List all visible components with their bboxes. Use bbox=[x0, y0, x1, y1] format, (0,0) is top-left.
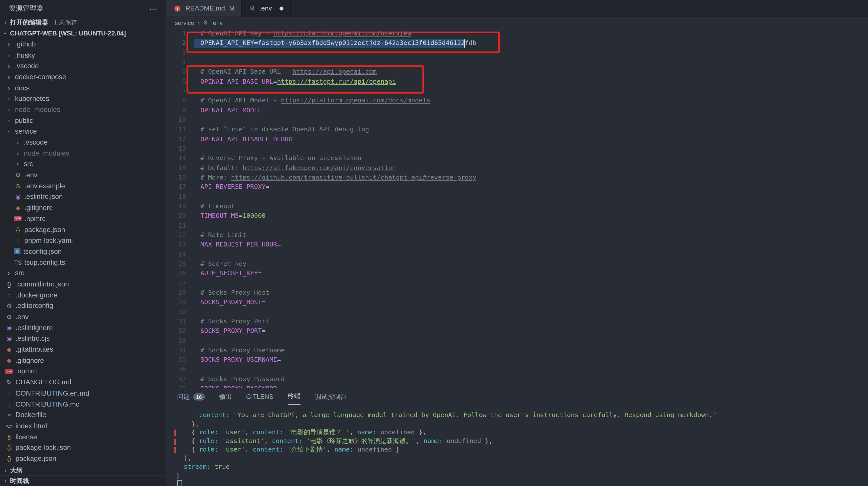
code-line-11[interactable]: # set `true` to disable OpenAI API debug… bbox=[200, 125, 476, 134]
tree-item-.env[interactable]: ⚙.env bbox=[0, 311, 166, 322]
panel-tab-问题[interactable]: 问题16 bbox=[177, 388, 205, 405]
tab-label: .env bbox=[259, 4, 272, 12]
tree-item-index.html[interactable]: <>index.html bbox=[0, 421, 166, 432]
tree-item-tsconfig.json[interactable]: tstsconfig.json bbox=[0, 246, 166, 257]
tab-.env[interactable]: ⚙.env bbox=[242, 0, 291, 17]
tree-item-kubernetes[interactable]: ›kubernetes bbox=[0, 93, 166, 105]
tab-README.md[interactable]: iREADME.mdM bbox=[166, 0, 242, 17]
tree-item-.eslintrc.json[interactable]: ◉.eslintrc.json bbox=[0, 192, 166, 203]
code-line-24[interactable] bbox=[200, 250, 476, 259]
panel-tab-终端[interactable]: 终端 bbox=[288, 388, 301, 405]
code-line-2[interactable]: OPENAI_API_KEY=fastgpt-y6b3axfbdd5wyp011… bbox=[200, 38, 476, 48]
tree-item-public[interactable]: ›public bbox=[0, 115, 166, 126]
outline-section-header[interactable]: › 大纲 bbox=[0, 465, 166, 475]
tree-item-.eslintrc.cjs[interactable]: ◉.eslintrc.cjs bbox=[0, 333, 166, 344]
code-line-1[interactable]: # OpenAI API Key - https://platform.open… bbox=[200, 29, 476, 38]
tree-item-.gitignore[interactable]: ◆.gitignore bbox=[0, 202, 166, 213]
tree-item-tsup.config.ts[interactable]: TStsup.config.ts bbox=[0, 257, 166, 268]
panel-tab-GITLENS[interactable]: GITLENS bbox=[246, 388, 273, 405]
tree-item-.dockerignore[interactable]: ≈.dockerignore bbox=[0, 290, 166, 301]
tree-item-.npmrc[interactable]: npm.npmrc bbox=[0, 213, 166, 224]
code-line-3[interactable] bbox=[200, 48, 476, 57]
tree-item-.npmrc[interactable]: npm.npmrc bbox=[0, 366, 166, 377]
tree-item-.env[interactable]: ⚙.env bbox=[0, 170, 166, 180]
code-line-36[interactable] bbox=[200, 365, 476, 374]
panel-tab-调试控制台[interactable]: 调试控制台 bbox=[315, 388, 347, 405]
tree-item-.github[interactable]: ›.github bbox=[0, 39, 166, 50]
tree-item-package.json[interactable]: {}package.json bbox=[0, 224, 166, 235]
code-line-28[interactable]: # Socks Proxy Host bbox=[200, 288, 476, 297]
tree-item-label: .gitignore bbox=[25, 204, 53, 212]
code-line-35[interactable]: SOCKS_PROXY_USERNAME= bbox=[200, 355, 476, 365]
timeline-section-header[interactable]: › 时间线 bbox=[0, 475, 166, 486]
code-content[interactable]: # OpenAI API Key - https://platform.open… bbox=[200, 29, 476, 388]
code-line-12[interactable]: OPENAI_API_DISABLE_DEBUG= bbox=[200, 134, 476, 144]
code-line-34[interactable]: # Socks Proxy Username bbox=[200, 346, 476, 355]
code-line-27[interactable] bbox=[200, 279, 476, 288]
code-line-38[interactable]: SOCKS_PROXY_PASSWORD= bbox=[200, 384, 476, 388]
tree-item-.editorconfig[interactable]: ⚙.editorconfig bbox=[0, 301, 166, 311]
code-line-10[interactable] bbox=[200, 115, 476, 125]
tree-item-license[interactable]: §license bbox=[0, 431, 166, 442]
code-line-19[interactable]: # timeout bbox=[200, 202, 476, 211]
code-line-20[interactable]: TIMEOUT_MS=100000 bbox=[200, 211, 476, 221]
code-line-17[interactable]: API_REVERSE_PROXY= bbox=[200, 182, 476, 192]
tree-item-.env.example[interactable]: $.env.example bbox=[0, 180, 166, 192]
code-line-8[interactable]: # OpenAI API Model - https://platform.op… bbox=[200, 96, 476, 105]
tree-item-package.json[interactable]: {}package.json bbox=[0, 453, 166, 464]
open-editors-header[interactable]: › 打开的编辑器 1 未保存 bbox=[0, 17, 166, 28]
code-line-31[interactable]: # Socks Proxy Port bbox=[200, 317, 476, 326]
tree-item-src[interactable]: ›src bbox=[0, 268, 166, 279]
code-line-23[interactable]: MAX_REQUEST_PER_HOUR= bbox=[200, 240, 476, 250]
tree-item-Dockerfile[interactable]: ≈Dockerfile bbox=[0, 409, 166, 421]
breadcrumb[interactable]: service › ⚙ .env bbox=[166, 17, 868, 28]
code-line-6[interactable]: OPENAI_API_BASE_URL=https://fastgpt.run/… bbox=[200, 77, 476, 86]
tree-item-service[interactable]: ›service bbox=[0, 126, 166, 137]
tree-item-docker-compose[interactable]: ›docker-compose bbox=[0, 72, 166, 82]
code-line-13[interactable] bbox=[200, 144, 476, 153]
tree-item-node_modules[interactable]: ›node_modules bbox=[0, 148, 166, 159]
line-number: 10 bbox=[166, 115, 186, 125]
tree-item-CONTRIBUTING.en.md[interactable]: ↓CONTRIBUTING.en.md bbox=[0, 388, 166, 399]
code-line-30[interactable] bbox=[200, 307, 476, 317]
code-editor[interactable]: 1234567891011121314151617181920212223242… bbox=[166, 28, 868, 388]
unsaved-dot-icon[interactable] bbox=[280, 6, 284, 10]
panel-tab-输出[interactable]: 输出 bbox=[219, 388, 231, 405]
code-line-22[interactable]: # Rate Limit bbox=[200, 230, 476, 240]
tree-item-CONTRIBUTING.md[interactable]: ↓CONTRIBUTING.md bbox=[0, 399, 166, 409]
tree-item-.vscode[interactable]: ›.vscode bbox=[0, 61, 166, 72]
tree-item-pnpm-lock.yaml[interactable]: !pnpm-lock.yaml bbox=[0, 235, 166, 246]
tree-item-CHANGELOG.md[interactable]: ↻CHANGELOG.md bbox=[0, 377, 166, 388]
code-line-26[interactable]: AUTH_SECRET_KEY= bbox=[200, 269, 476, 278]
tree-item-docs[interactable]: ›docs bbox=[0, 82, 166, 93]
code-line-4[interactable] bbox=[200, 58, 476, 67]
code-line-7[interactable] bbox=[200, 86, 476, 96]
code-line-18[interactable] bbox=[200, 192, 476, 202]
tree-item-.gitattributes[interactable]: ◆.gitattributes bbox=[0, 344, 166, 355]
code-line-21[interactable] bbox=[200, 221, 476, 230]
breadcrumb-folder[interactable]: service bbox=[175, 19, 194, 26]
more-actions-icon[interactable]: ⋯ bbox=[149, 4, 157, 14]
code-line-16[interactable]: # More: https://github.com/transitive-bu… bbox=[200, 173, 476, 182]
code-line-9[interactable]: OPENAI_API_MODEL= bbox=[200, 106, 476, 115]
code-line-14[interactable]: # Reverse Proxy - Available on accessTok… bbox=[200, 153, 476, 163]
tree-item-package-lock.json[interactable]: {}package-lock.json bbox=[0, 442, 166, 453]
workspace-root-header[interactable]: › CHATGPT-WEB [WSL: UBUNTU-22.04] bbox=[0, 28, 166, 39]
token-key: OPENAI_API_DISABLE_DEBUG bbox=[200, 135, 292, 143]
code-line-25[interactable]: # Secret key bbox=[200, 259, 476, 269]
code-line-32[interactable]: SOCKS_PROXY_PORT= bbox=[200, 326, 476, 336]
tree-item-.eslintignore[interactable]: ◉.eslintignore bbox=[0, 322, 166, 334]
code-line-15[interactable]: # Default: https://ai.fakeopen.com/api/c… bbox=[200, 163, 476, 173]
code-line-5[interactable]: # OpenAI API Base URL - https://api.open… bbox=[200, 67, 476, 77]
tree-item-.commitlintrc.json[interactable]: {}.commitlintrc.json bbox=[0, 279, 166, 290]
tree-item-.gitignore[interactable]: ◆.gitignore bbox=[0, 355, 166, 366]
code-line-33[interactable] bbox=[200, 336, 476, 345]
tree-item-.vscode[interactable]: ›.vscode bbox=[0, 137, 166, 148]
code-line-29[interactable]: SOCKS_PROXY_HOST= bbox=[200, 298, 476, 307]
terminal-output[interactable]: content: "You are ChatGPT, a large langu… bbox=[176, 411, 868, 486]
tree-item-node_modules[interactable]: ›node_modules bbox=[0, 104, 166, 115]
tree-item-.husky[interactable]: ›.husky bbox=[0, 50, 166, 61]
breadcrumb-file[interactable]: .env bbox=[211, 19, 223, 26]
tree-item-src[interactable]: ›src bbox=[0, 159, 166, 170]
code-line-37[interactable]: # Socks Proxy Password bbox=[200, 374, 476, 384]
